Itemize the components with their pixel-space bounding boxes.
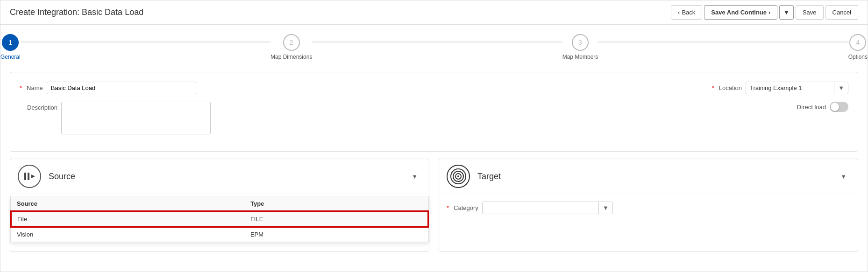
category-value	[483, 206, 598, 210]
svg-rect-1	[28, 173, 29, 180]
svg-point-6	[457, 175, 459, 177]
step-line-2	[312, 42, 562, 42]
save-dropdown-arrow-icon: ▼	[783, 9, 790, 16]
steps-container: 1 General 2 Map Dimensions 3 Map Members…	[0, 25, 868, 65]
save-and-continue-button[interactable]: Save And Continue ›	[704, 5, 777, 20]
step-2-label: Map Dimensions	[270, 54, 312, 60]
source-vision-type: EPM	[245, 227, 428, 242]
location-value: Training Example 1	[746, 82, 834, 94]
source-box-header: Source ▼	[10, 159, 429, 194]
category-select[interactable]: ▼	[482, 202, 613, 214]
target-title: Target	[477, 172, 829, 181]
direct-load-label: Direct load	[797, 104, 826, 111]
description-group: Description	[20, 102, 211, 134]
source-row-vision[interactable]: Vision EPM	[11, 227, 428, 242]
source-box: Source ▼ Source Type	[10, 159, 429, 252]
step-3-label: Map Members	[562, 54, 598, 60]
step-2-circle[interactable]: 2	[283, 34, 300, 51]
location-group: * Location Training Example 1 ▼	[712, 82, 848, 94]
step-1-wrapper: 1 General	[0, 34, 21, 60]
name-label: Name	[27, 84, 43, 91]
description-label: Description	[20, 102, 57, 111]
save-continue-label: Save And Continue	[711, 9, 767, 16]
source-target-row: Source ▼ Source Type	[10, 159, 858, 252]
category-label: Category	[454, 204, 478, 211]
target-category-row: * Category ▼	[447, 202, 850, 214]
source-table: Source Type File FILE Vision EPM	[11, 196, 428, 242]
form-section: * Name * Location Training Example 1 ▼	[10, 72, 858, 152]
name-required-star: *	[20, 84, 22, 91]
name-input[interactable]	[47, 82, 196, 94]
step-4-label: Options	[848, 54, 868, 60]
location-dropdown-arrow-icon[interactable]: ▼	[834, 82, 848, 94]
forward-arrow-icon: ›	[768, 9, 770, 16]
save-label: Save	[803, 9, 817, 16]
description-textarea[interactable]	[61, 102, 211, 134]
category-dropdown-arrow-icon[interactable]: ▼	[598, 202, 612, 214]
target-box-header: Target ▼	[439, 159, 858, 194]
cancel-label: Cancel	[832, 9, 851, 16]
step-1-number: 1	[8, 39, 12, 46]
back-button[interactable]: ‹ Back	[671, 5, 702, 20]
back-label: Back	[682, 9, 695, 16]
form-row-1: * Name * Location Training Example 1 ▼	[20, 82, 848, 94]
target-dropdown-arrow-icon[interactable]: ▼	[837, 171, 850, 182]
direct-load-group: Direct load	[797, 102, 848, 112]
target-svg-icon	[450, 168, 467, 185]
source-row-file[interactable]: File FILE	[11, 211, 428, 227]
step-1-circle[interactable]: 1	[2, 34, 19, 51]
source-table-body: File FILE Vision EPM	[11, 211, 428, 242]
step-4-circle[interactable]: 4	[849, 34, 866, 51]
main-content: * Name * Location Training Example 1 ▼	[0, 65, 868, 259]
source-title: Source	[49, 172, 400, 181]
svg-marker-2	[31, 174, 35, 178]
back-arrow-icon: ‹	[678, 9, 680, 16]
step-2-number: 2	[290, 39, 293, 46]
source-col-source: Source	[11, 196, 245, 211]
location-label: Location	[719, 84, 742, 91]
location-select[interactable]: Training Example 1 ▼	[746, 82, 848, 94]
source-dropdown-arrow-icon[interactable]: ▼	[408, 171, 421, 182]
target-icon	[447, 165, 470, 188]
save-button[interactable]: Save	[796, 5, 824, 20]
page-title: Create Integration: Basic Data Load	[10, 7, 143, 17]
name-group: * Name	[20, 82, 196, 94]
step-4-number: 4	[856, 39, 860, 46]
step-3-number: 3	[578, 39, 582, 46]
source-icon	[18, 165, 41, 188]
header-actions: ‹ Back Save And Continue › ▼ Save Cancel	[671, 5, 858, 20]
step-line-3	[598, 42, 848, 42]
source-svg-icon	[23, 170, 36, 183]
svg-rect-0	[24, 173, 26, 180]
location-required-star: *	[712, 84, 714, 91]
step-line-1	[21, 42, 270, 42]
step-1-label: General	[0, 54, 21, 60]
source-col-type: Type	[245, 196, 428, 211]
cancel-button[interactable]: Cancel	[825, 5, 858, 20]
target-box: Target ▼ * Category ▼	[439, 159, 858, 252]
form-row-2: Description Direct load	[20, 102, 848, 134]
step-4-wrapper: 4 Options	[848, 34, 868, 60]
step-3-circle[interactable]: 3	[572, 34, 589, 51]
source-table-header-row: Source Type	[11, 196, 428, 211]
direct-load-toggle[interactable]	[830, 102, 848, 112]
source-vision-name: Vision	[11, 227, 245, 242]
page-wrapper: Create Integration: Basic Data Load ‹ Ba…	[0, 0, 868, 272]
category-required-star: *	[447, 204, 449, 211]
step-2-wrapper: 2 Map Dimensions	[270, 34, 312, 60]
page-header: Create Integration: Basic Data Load ‹ Ba…	[0, 0, 868, 25]
source-table-header: Source Type	[11, 196, 428, 211]
step-3-wrapper: 3 Map Members	[562, 34, 598, 60]
save-dropdown-button[interactable]: ▼	[779, 5, 794, 20]
source-file-name: File	[11, 211, 245, 227]
source-file-type: FILE	[245, 211, 428, 227]
source-dropdown-table: Source Type File FILE Vision EPM	[10, 196, 429, 242]
target-body: * Category ▼	[439, 194, 858, 222]
